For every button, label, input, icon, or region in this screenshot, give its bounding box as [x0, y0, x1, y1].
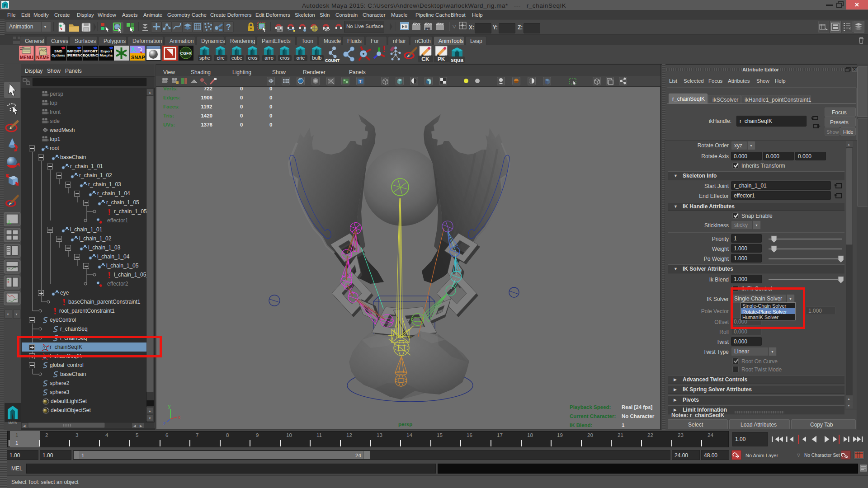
svg-text:24: 24 [708, 432, 713, 438]
svg-text:7: 7 [196, 432, 198, 438]
svg-text:squa: squa [451, 57, 463, 63]
svg-text:Options: Options [52, 53, 66, 57]
svg-text:12: 12 [346, 432, 352, 438]
svg-text:18: 18 [527, 432, 533, 438]
svg-text:circ: circ [217, 55, 225, 61]
svg-text:SMD: SMD [54, 49, 62, 53]
svg-text:Morphs: Morphs [100, 53, 113, 57]
svg-text:IMPORT: IMPORT [67, 49, 81, 53]
svg-text:z: z [163, 421, 165, 426]
svg-text:CK: CK [421, 56, 429, 62]
svg-text:5: 5 [136, 432, 138, 438]
svg-text:16: 16 [467, 432, 472, 438]
svg-text:10: 10 [286, 432, 292, 438]
svg-text:cube: cube [231, 55, 242, 61]
svg-text:IMPORT: IMPORT [83, 49, 97, 53]
svg-text:14: 14 [406, 432, 412, 438]
svg-text:9: 9 [256, 432, 259, 438]
svg-text:15: 15 [437, 432, 443, 438]
svg-text:20: 20 [587, 432, 593, 438]
svg-text:23: 23 [678, 432, 684, 438]
svg-text:arro: arro [264, 55, 274, 61]
svg-text:NAME: NAME [36, 55, 50, 60]
svg-text:2: 2 [45, 432, 48, 438]
svg-text:IPR: IPR [425, 27, 430, 30]
svg-text:19: 19 [557, 432, 563, 438]
svg-text:y: y [168, 404, 170, 409]
svg-text:x: x [178, 415, 180, 420]
svg-text:REFERENCE: REFERENCE [67, 53, 82, 57]
svg-text:cros: cros [280, 55, 290, 61]
svg-text:MENU: MENU [20, 55, 33, 60]
svg-text:17: 17 [497, 432, 503, 438]
svg-text:bulb: bulb [312, 55, 321, 61]
svg-text:1: 1 [15, 440, 18, 446]
svg-text:11: 11 [316, 432, 322, 438]
svg-text:21: 21 [618, 432, 623, 438]
svg-text:?: ? [226, 23, 231, 32]
svg-text:cros: cros [248, 55, 258, 61]
svg-text:T: T [359, 79, 362, 84]
svg-text:CGFX: CGFX [180, 51, 191, 56]
svg-text:!: ! [382, 46, 386, 54]
svg-text:1: 1 [15, 432, 18, 438]
svg-text:6: 6 [165, 432, 168, 438]
svg-text:SEQUENCE: SEQUENCE [83, 53, 99, 57]
svg-text:COUNT: COUNT [325, 58, 340, 63]
svg-text:3: 3 [75, 432, 78, 438]
svg-text:SNAP: SNAP [131, 55, 145, 60]
svg-text:orie: orie [297, 55, 305, 61]
svg-text:PK: PK [438, 56, 445, 62]
svg-text:8: 8 [226, 432, 229, 438]
svg-text:13: 13 [377, 432, 382, 438]
svg-text:sphe: sphe [199, 55, 210, 61]
svg-text:22: 22 [647, 432, 653, 438]
svg-text:MAYA: MAYA [9, 421, 17, 424]
svg-text:Export: Export [100, 49, 112, 53]
svg-text:4: 4 [105, 432, 108, 438]
